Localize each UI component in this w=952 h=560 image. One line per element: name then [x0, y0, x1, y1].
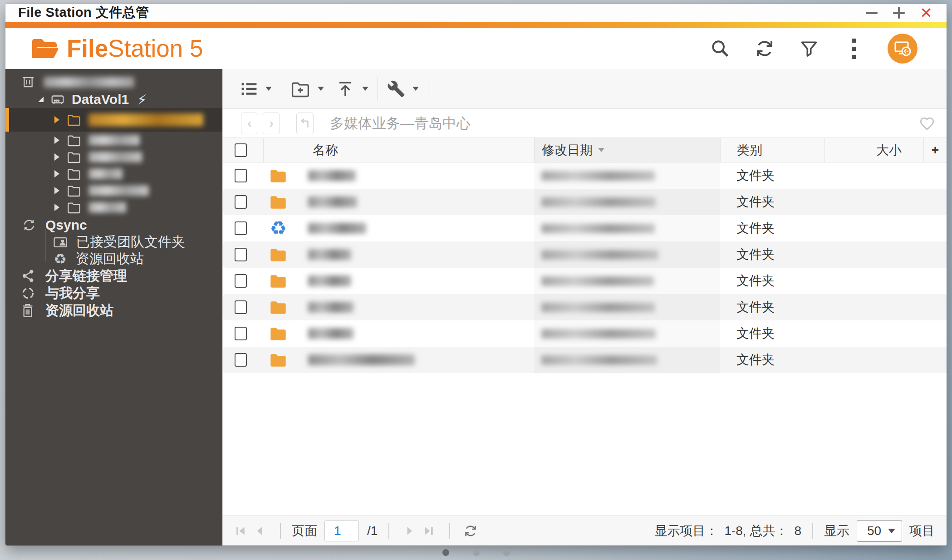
row-icon-cell	[264, 189, 293, 215]
folder-name-redacted	[88, 168, 123, 179]
statusbar-separator	[812, 523, 813, 539]
modified-column-header[interactable]: 修改日期	[534, 138, 720, 162]
folder-name-redacted	[88, 152, 142, 162]
expand-caret-icon[interactable]	[54, 204, 59, 211]
table-row[interactable]: 文件夹	[223, 320, 947, 347]
row-plus-cell	[923, 189, 947, 215]
modified-date-redacted	[541, 355, 657, 365]
page-dot[interactable]	[473, 549, 480, 556]
sidebar-item-shared-with-me[interactable]: 与我分享	[5, 285, 222, 302]
view-mode-dropdown-caret[interactable]	[265, 87, 272, 91]
row-modified-cell	[534, 241, 720, 268]
folder-icon	[269, 194, 287, 210]
row-checkbox[interactable]	[235, 195, 247, 209]
refresh-list-button[interactable]	[461, 521, 480, 540]
page-number-input[interactable]	[324, 521, 359, 541]
sidebar-tree-folder-selected[interactable]	[5, 108, 222, 132]
expand-caret-icon[interactable]	[54, 170, 59, 177]
row-size-cell	[824, 162, 923, 189]
page-dot[interactable]	[503, 549, 510, 556]
expand-caret-icon[interactable]	[54, 153, 59, 161]
sidebar-tree-folder[interactable]	[5, 148, 222, 165]
row-select-cell	[223, 268, 264, 294]
tools-dropdown-caret[interactable]	[412, 87, 419, 91]
expand-caret-icon[interactable]	[38, 97, 44, 102]
row-type-cell: 文件夹	[720, 241, 824, 268]
more-menu-button[interactable]	[843, 38, 864, 59]
row-icon-cell	[264, 241, 293, 268]
type-column-header[interactable]: 类别	[720, 138, 824, 162]
row-checkbox[interactable]	[235, 274, 247, 288]
upload-button[interactable]	[336, 75, 355, 103]
sidebar-item-recycle-bin[interactable]: 资源回收站	[5, 302, 222, 319]
name-column-header[interactable]: 名称	[293, 138, 534, 162]
remote-session-button[interactable]	[888, 34, 918, 64]
sidebar-item-qsync[interactable]: Qsync	[5, 216, 222, 234]
row-checkbox[interactable]	[235, 327, 247, 340]
add-column-button[interactable]: +	[923, 138, 947, 162]
table-row[interactable]: 文件夹	[223, 241, 947, 268]
team-folder-icon	[53, 236, 68, 249]
sidebar-item-accepted-team-folder[interactable]: 已接受团队文件夹	[5, 234, 222, 251]
page-size-select[interactable]: 50	[857, 520, 902, 542]
table-row[interactable]: ♻文件夹	[223, 215, 947, 241]
refresh-button[interactable]	[754, 38, 775, 59]
folder-name-redacted	[88, 135, 140, 146]
prev-page-button[interactable]	[250, 521, 269, 540]
expand-caret-icon[interactable]	[54, 137, 59, 144]
next-page-button[interactable]	[400, 521, 419, 540]
close-button[interactable]: ✕	[918, 5, 934, 20]
row-icon-cell	[264, 347, 293, 373]
window-title: File Station 文件总管	[18, 4, 149, 22]
minimize-button[interactable]	[864, 5, 879, 20]
row-checkbox[interactable]	[235, 300, 247, 314]
row-checkbox[interactable]	[235, 221, 247, 235]
up-button[interactable]	[296, 113, 314, 134]
folder-icon	[269, 352, 287, 368]
expand-caret-icon[interactable]	[54, 116, 59, 123]
filter-button[interactable]	[799, 38, 820, 59]
favorite-button[interactable]	[918, 115, 936, 133]
table-row[interactable]: 文件夹	[223, 162, 947, 189]
row-checkbox[interactable]	[235, 353, 247, 367]
row-name-cell	[293, 215, 534, 241]
desktop-page-dots[interactable]	[0, 549, 952, 556]
sidebar-item-server[interactable]	[5, 74, 222, 91]
size-column-header[interactable]: 大小	[824, 138, 923, 162]
sidebar-tree-folder[interactable]	[5, 182, 222, 199]
table-row[interactable]: 文件夹	[223, 189, 947, 215]
page-dot[interactable]	[442, 549, 449, 556]
new-folder-button[interactable]	[290, 75, 310, 103]
forward-button[interactable]: ›	[263, 113, 280, 134]
table-row[interactable]: 文件夹	[223, 347, 947, 373]
sidebar-tree-folder[interactable]	[5, 165, 222, 182]
expand-caret-icon[interactable]	[54, 187, 59, 194]
sidebar-item-share-link-manager[interactable]: 分享链接管理	[5, 267, 222, 285]
back-button[interactable]: ‹	[241, 113, 258, 134]
modified-date-redacted	[541, 329, 656, 339]
row-checkbox[interactable]	[235, 248, 247, 261]
row-plus-cell	[923, 162, 947, 189]
table-row[interactable]: 文件夹	[223, 294, 947, 320]
first-page-button[interactable]	[231, 521, 250, 540]
row-checkbox[interactable]	[235, 169, 247, 182]
recycle-icon: ♻	[54, 252, 67, 266]
sidebar-tree-folder[interactable]	[5, 199, 222, 216]
table-row[interactable]: 文件夹	[223, 268, 947, 294]
view-mode-button[interactable]	[240, 75, 258, 103]
row-name-cell	[293, 320, 534, 347]
share-icon	[21, 269, 35, 283]
new-folder-dropdown-caret[interactable]	[318, 87, 324, 91]
search-button[interactable]	[710, 38, 731, 59]
sidebar-tree-folder[interactable]	[5, 132, 222, 148]
tools-button[interactable]	[387, 75, 405, 103]
last-page-button[interactable]	[419, 521, 438, 540]
select-all-checkbox[interactable]	[235, 143, 247, 157]
row-select-cell	[223, 241, 264, 268]
sidebar-item-datavol1[interactable]: DataVol1 ⚡	[5, 91, 222, 108]
upload-icon	[336, 79, 355, 98]
maximize-button[interactable]	[891, 5, 907, 20]
items-total: 8	[794, 524, 801, 538]
upload-dropdown-caret[interactable]	[362, 87, 368, 91]
sidebar-item-qsync-recycle[interactable]: ♻ 资源回收站	[5, 251, 222, 267]
